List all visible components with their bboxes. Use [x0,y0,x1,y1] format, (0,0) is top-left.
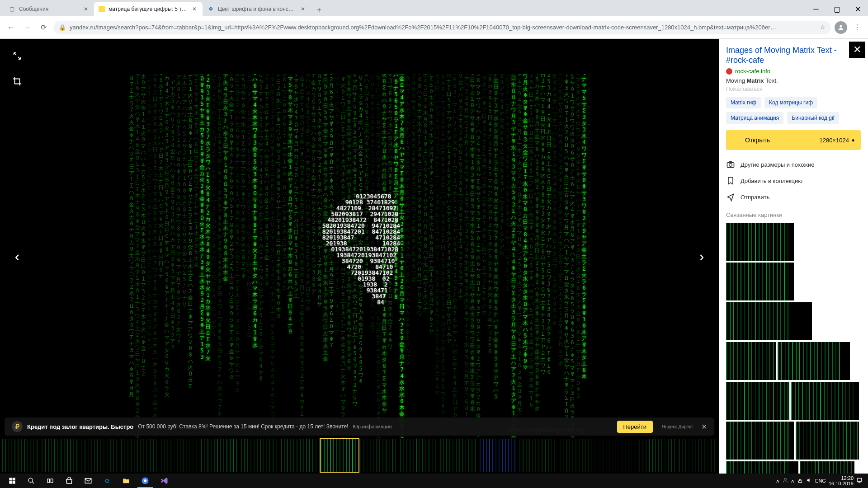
thumbnail[interactable] [201,439,239,472]
thumbnail[interactable] [440,439,478,472]
thumbnail[interactable] [599,439,637,472]
tray-chevron-icon[interactable]: ʌ [791,478,794,484]
tag-chip[interactable]: Matrix гиф [726,97,761,108]
notifications-icon[interactable] [856,477,863,484]
visualstudio-icon[interactable] [155,474,174,488]
svg-rect-5 [9,481,12,484]
thumbnail[interactable] [42,439,80,472]
tag-chip[interactable]: Код матрицы гиф [764,97,817,108]
other-sizes-action[interactable]: Другие размеры и похожие [726,156,861,173]
edge-icon[interactable]: e [98,474,117,488]
main-image-area: ラ 8 7 Σ 土 ラ 7 火 火 金 Φ ナ ハ マ Σ 日 ア 1 Σ ハ … [0,39,719,474]
download-icon [732,135,741,145]
thumbnail[interactable] [121,439,159,472]
thumbnail[interactable] [360,439,398,472]
thumbnail[interactable] [480,439,518,472]
related-thumbnail[interactable] [726,461,798,474]
thumbnail[interactable] [321,439,359,472]
people-icon[interactable] [782,477,788,484]
tag-chip[interactable]: Бинарный код gif [787,112,839,124]
kebab-menu-button[interactable]: ⋮ [851,21,863,34]
chrome-icon[interactable] [136,474,155,488]
windows-taskbar: e ʌ ʌ ENG 12:20 16.10.2019 [0,474,868,488]
send-action[interactable]: Отправить [726,189,861,205]
tag-chip[interactable]: Матрица анимация [726,112,783,124]
maximize-button[interactable]: ▢ [826,2,847,16]
back-button[interactable]: ← [5,21,17,34]
prev-image-button[interactable]: ‹ [5,244,30,269]
thumbnail[interactable] [2,439,40,472]
system-tray: ʌ ʌ ENG 12:20 16.10.2019 [776,475,865,486]
info-sidebar: ✕ Images of Moving Matrix Text - #rock-c… [719,39,868,474]
store-icon[interactable] [60,474,79,488]
dropdown-icon[interactable]: ♦ [852,137,854,143]
related-thumbnail[interactable] [796,422,859,460]
profile-button[interactable] [835,21,847,34]
related-thumbnail[interactable] [800,461,854,474]
minimize-button[interactable]: ─ [806,2,826,16]
thumbnail[interactable] [519,439,557,472]
related-thumbnail[interactable] [726,382,789,420]
thumbnail[interactable] [161,439,199,472]
open-button[interactable]: Открыть 1280×1024 ♦ [726,130,861,150]
content-area: ラ 8 7 Σ 土 ラ 7 火 火 金 Φ ナ ハ マ Σ 日 ア 1 Σ ハ … [0,39,868,474]
reload-button[interactable]: ⟳ [37,21,50,34]
tab-messages[interactable]: ▢ Сообщения ✕ [4,2,94,16]
volume-icon[interactable] [806,477,812,484]
source-domain[interactable]: rock-cafe.info [726,68,861,75]
close-icon[interactable]: ✕ [299,5,307,13]
language-indicator[interactable]: ENG [815,478,826,483]
bookmark-icon[interactable]: ☆ [820,24,826,31]
related-thumbnail[interactable] [791,382,859,420]
mail-icon[interactable] [79,474,98,488]
ad-brand: Яндекс.Директ [662,424,693,429]
close-viewer-button[interactable]: ✕ [849,42,865,58]
crop-button[interactable] [9,73,25,89]
skull-overlay: 0123045678 90128 37401829 4827109 284710… [319,193,400,305]
ad-close-button[interactable]: ✕ [701,422,707,431]
thumbnail[interactable] [281,439,319,472]
tray-chevron-icon[interactable]: ʌ [776,478,779,484]
thumbnail[interactable] [81,439,119,472]
task-view-button[interactable] [41,474,60,488]
close-icon[interactable]: ✕ [82,5,90,13]
svg-point-0 [840,25,842,27]
thumbnail[interactable] [679,439,717,472]
related-thumbnail[interactable] [726,342,776,380]
network-icon[interactable] [797,477,803,484]
tab-title: Сообщения [19,6,79,12]
ad-legal-link[interactable]: Юр.информация [353,424,392,429]
svg-rect-14 [799,481,802,483]
fullscreen-button[interactable] [9,48,25,64]
thumbnail[interactable] [400,439,438,472]
lock-icon: 🔒 [59,24,66,31]
image-title-link[interactable]: Images of Moving Matrix Text - #rock-caf… [726,45,861,65]
clock[interactable]: 12:20 16.10.2019 [829,475,854,486]
address-bar[interactable]: 🔒 yandex.ru/images/search?pos=74&from=ta… [53,21,831,34]
related-thumbnail[interactable] [726,302,812,340]
related-thumbnail[interactable] [778,342,850,380]
related-thumbnail[interactable] [726,422,794,460]
thumbnail[interactable] [639,439,677,472]
ad-banner: ₽ Кредит под залог квартиры. Быстро От 5… [5,418,714,436]
close-icon[interactable]: ✕ [191,5,198,13]
ad-icon: ₽ [12,421,23,432]
tab-yandex-images[interactable]: матрица бегущие цифры: 5 ты… ✕ [94,2,203,16]
thumbnail[interactable] [241,439,279,472]
report-link[interactable]: Пожаловаться [726,86,861,92]
add-collection-action[interactable]: Добавить в коллекцию [726,173,861,189]
tab-title: Цвет шрифта и фона в консол… [218,6,296,12]
ad-go-button[interactable]: Перейти [617,421,653,433]
tab-console-colors[interactable]: ❖ Цвет шрифта и фона в консол… ✕ [203,2,311,16]
related-thumbnail[interactable] [726,263,794,300]
search-button[interactable] [22,474,41,488]
main-image[interactable]: ラ 8 7 Σ 土 ラ 7 火 火 金 Φ ナ ハ マ Σ 日 ア 1 Σ ハ … [129,74,590,438]
start-button[interactable] [3,474,22,488]
related-thumbnail[interactable] [726,223,794,261]
explorer-icon[interactable] [117,474,136,488]
close-window-button[interactable]: ✕ [847,2,868,16]
thumbnail[interactable] [560,439,598,472]
next-image-button[interactable]: › [689,244,714,269]
new-tab-button[interactable]: + [313,4,326,16]
forward-button[interactable]: → [21,21,33,34]
